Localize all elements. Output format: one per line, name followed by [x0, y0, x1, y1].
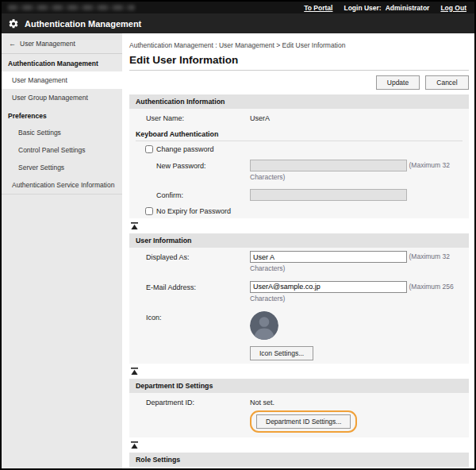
icon-row: Icon: [129, 308, 469, 343]
email-input[interactable] [250, 281, 407, 293]
sidebar-item-server-settings[interactable]: Server Settings [2, 159, 122, 176]
department-id-value: Not set. [250, 396, 463, 407]
email-row: E-Mail Address: (Maximum 256 Characters) [129, 278, 469, 308]
sidebar-item-authentication-service-information[interactable]: Authentication Service Information [2, 176, 122, 194]
main-content: Authentication Management : User Managem… [122, 33, 474, 468]
sidebar-header-authentication-management: Authentication Management [2, 54, 122, 71]
department-id-settings-title: Department ID Settings [129, 379, 469, 393]
confirm-password-input [250, 189, 407, 201]
app-title-bar: Authentication Management [2, 13, 474, 33]
change-password-label: Change password [156, 145, 214, 153]
user-information-title: User Information [129, 233, 469, 248]
icon-settings-spacer [146, 346, 250, 349]
breadcrumb: Authentication Management : User Managem… [129, 41, 469, 49]
gear-icon [8, 18, 19, 29]
department-id-button-row: Department ID Settings... [129, 410, 469, 437]
collapse-to-top-icon [131, 222, 138, 229]
section-user-information: User Information Displayed As: (Maximum … [129, 233, 469, 363]
new-password-row: New Password: (Maximum 32 Characters) [129, 156, 469, 187]
collapse-department-id-settings[interactable] [129, 437, 469, 453]
collapse-user-information[interactable] [129, 364, 469, 379]
sidebar-back-label: User Management [20, 40, 75, 48]
section-role-settings: Role Settings Select Role to Set: Genera… [129, 453, 469, 470]
new-password-label: New Password: [156, 160, 250, 170]
email-label: E-Mail Address: [146, 281, 250, 291]
collapse-authentication-information[interactable] [129, 218, 469, 233]
authentication-information-title: Authentication Information [129, 94, 469, 109]
change-password-checkbox[interactable] [145, 145, 153, 153]
select-role-row: Select Role to Set: GeneralUser [129, 467, 469, 470]
confirm-password-label: Confirm: [156, 189, 250, 199]
collapse-to-top-icon [131, 368, 138, 375]
displayed-as-input[interactable] [250, 251, 407, 263]
login-user-label: Login User: [344, 4, 381, 12]
no-expiry-checkbox[interactable] [145, 207, 153, 215]
sidebar-menu: ← User Management Authentication Managem… [2, 33, 122, 195]
page-body: ← User Management Authentication Managem… [2, 33, 474, 468]
app-title: Authentication Management [25, 19, 141, 29]
back-arrow-icon: ← [9, 40, 16, 48]
user-name-value: UserA [250, 112, 463, 123]
login-user-status: Login User: Administrator [344, 4, 429, 12]
no-expiry-row: No Expiry for Password [129, 204, 469, 218]
to-portal-link[interactable]: To Portal [304, 4, 332, 12]
new-password-input [250, 160, 407, 171]
section-authentication-information: Authentication Information User Name: Us… [129, 94, 469, 218]
confirm-password-row: Confirm: [129, 186, 469, 204]
sidebar-item-user-management[interactable]: User Management [2, 71, 122, 89]
sidebar-item-user-group-management[interactable]: User Group Management [2, 89, 122, 106]
app-window: To Portal Login User: Administrator Log … [0, 0, 476, 470]
redacted-device-name [8, 5, 135, 10]
sidebar: ← User Management Authentication Managem… [2, 33, 122, 468]
displayed-as-row: Displayed As: (Maximum 32 Characters) [129, 248, 469, 278]
department-id-button-spacer [146, 410, 250, 413]
update-button[interactable]: Update [376, 75, 420, 90]
top-bar: To Portal Login User: Administrator Log … [2, 2, 474, 13]
sidebar-header-preferences: Preferences [2, 106, 122, 124]
sidebar-item-control-panel-settings[interactable]: Control Panel Settings [2, 141, 122, 159]
department-id-row: Department ID: Not set. [129, 393, 469, 410]
change-password-row: Change password [129, 142, 469, 156]
sidebar-back-link[interactable]: ← User Management [2, 33, 122, 53]
keyboard-authentication-title: Keyboard Authentication [136, 128, 463, 141]
page-title: Edit User Information [129, 54, 469, 71]
role-settings-title: Role Settings [129, 453, 469, 467]
icon-settings-button[interactable]: Icon Settings... [250, 346, 313, 360]
user-name-row: User Name: UserA [129, 109, 469, 126]
icon-settings-row: Icon Settings... [129, 343, 469, 364]
login-user-name: Administrator [386, 4, 430, 12]
log-out-link[interactable]: Log Out [440, 4, 466, 12]
section-department-id-settings: Department ID Settings Department ID: No… [129, 379, 469, 438]
department-id-settings-button[interactable]: Department ID Settings... [256, 414, 351, 429]
no-expiry-label: No Expiry for Password [156, 207, 231, 215]
user-name-label: User Name: [146, 112, 250, 122]
icon-label: Icon: [146, 311, 250, 322]
sidebar-item-basic-settings[interactable]: Basic Settings [2, 124, 122, 141]
department-id-label: Department ID: [146, 396, 250, 406]
collapse-to-top-icon [131, 441, 138, 449]
displayed-as-label: Displayed As: [146, 251, 250, 261]
cancel-button[interactable]: Cancel [425, 75, 469, 90]
page-actions: Update Cancel [129, 75, 469, 90]
user-avatar-icon [250, 311, 278, 340]
department-id-settings-highlight: Department ID Settings... [250, 410, 357, 433]
